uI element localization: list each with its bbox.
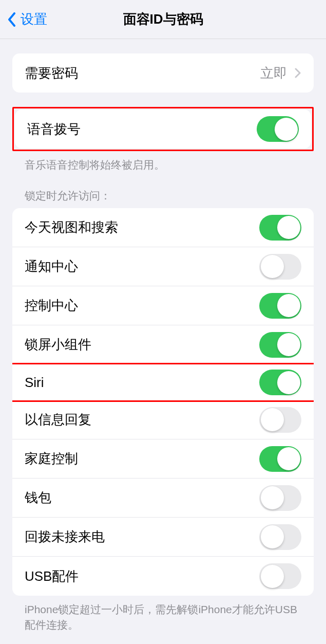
usb-accessories-row: USB配件 <box>12 557 314 596</box>
toggle-knob <box>261 525 284 548</box>
home-control-toggle[interactable] <box>259 446 301 472</box>
siri-row: Siri <box>12 363 314 402</box>
toggle-knob <box>277 294 300 317</box>
voice-dial-toggle[interactable] <box>257 116 299 142</box>
wallet-toggle[interactable] <box>259 485 301 511</box>
toggle-knob <box>275 118 298 141</box>
usb-accessories-label: USB配件 <box>25 567 79 585</box>
voice-dial-group: 语音拨号 <box>15 109 311 149</box>
lock-screen-widgets-label: 锁屏小组件 <box>25 336 91 354</box>
toggle-knob <box>277 447 300 470</box>
locked-access-footer: iPhone锁定超过一小时后，需先解锁iPhone才能允许USB配件连接。 <box>12 596 314 632</box>
locked-access-header: 锁定时允许访问： <box>12 172 314 208</box>
voice-dial-label: 语音拨号 <box>27 120 81 138</box>
lock-screen-widgets-row: 锁屏小组件 <box>12 325 314 364</box>
chevron-right-icon <box>294 68 301 78</box>
chevron-left-icon <box>7 12 17 27</box>
control-center-toggle[interactable] <box>259 293 301 319</box>
notification-center-row: 通知中心 <box>12 247 314 286</box>
back-label: 设置 <box>21 10 47 28</box>
toggle-knob <box>261 565 284 588</box>
require-passcode-label: 需要密码 <box>25 64 78 82</box>
toggle-knob <box>277 216 300 239</box>
home-control-row: 家庭控制 <box>12 439 314 479</box>
toggle-knob <box>261 486 284 509</box>
require-passcode-group: 需要密码 立即 <box>12 53 314 93</box>
control-center-label: 控制中心 <box>25 297 78 315</box>
return-missed-calls-label: 回拨未接来电 <box>25 528 105 546</box>
voice-dial-footer: 音乐语音控制将始终被启用。 <box>12 151 314 172</box>
reply-with-message-label: 以信息回复 <box>25 411 91 429</box>
control-center-row: 控制中心 <box>12 286 314 325</box>
back-button[interactable]: 设置 <box>0 10 47 28</box>
toggle-knob <box>261 408 284 431</box>
return-missed-calls-row: 回拨未接来电 <box>12 518 314 557</box>
today-view-search-label: 今天视图和搜索 <box>25 218 118 236</box>
page-title: 面容ID与密码 <box>123 10 203 28</box>
notification-center-toggle[interactable] <box>259 254 301 280</box>
require-passcode-right: 立即 <box>260 64 301 82</box>
today-view-search-toggle[interactable] <box>259 215 301 241</box>
toggle-knob <box>277 371 300 394</box>
siri-label: Siri <box>25 375 44 391</box>
reply-with-message-row: 以信息回复 <box>12 400 314 439</box>
toggle-knob <box>261 255 284 278</box>
usb-accessories-toggle[interactable] <box>259 563 301 589</box>
nav-header: 设置 面容ID与密码 <box>0 0 326 39</box>
wallet-label: 钱包 <box>25 489 51 507</box>
home-control-label: 家庭控制 <box>25 450 78 468</box>
reply-with-message-toggle[interactable] <box>259 407 301 433</box>
notification-center-label: 通知中心 <box>25 257 78 275</box>
require-passcode-value: 立即 <box>260 64 287 82</box>
require-passcode-row[interactable]: 需要密码 立即 <box>12 53 314 93</box>
today-view-search-row: 今天视图和搜索 <box>12 208 314 247</box>
voice-dial-highlight: 语音拨号 <box>12 107 314 151</box>
siri-toggle[interactable] <box>259 370 301 395</box>
toggle-knob <box>277 333 300 356</box>
locked-access-group: 今天视图和搜索 通知中心 控制中心 锁屏小组件 Siri 以信息回复 家庭控制 <box>12 208 314 596</box>
wallet-row: 钱包 <box>12 479 314 518</box>
return-missed-calls-toggle[interactable] <box>259 524 301 550</box>
voice-dial-row: 语音拨号 <box>15 109 311 149</box>
lock-screen-widgets-toggle[interactable] <box>259 332 301 358</box>
